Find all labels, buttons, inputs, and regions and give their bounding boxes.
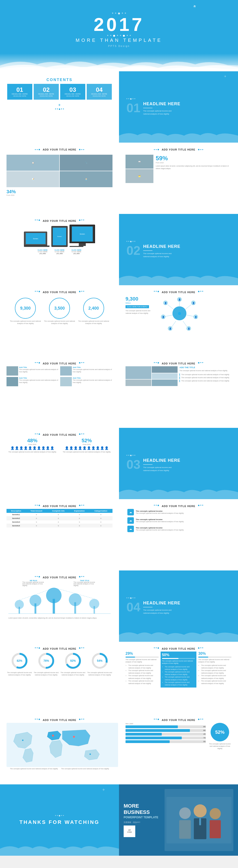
donut-82: 82% The concepts optional income and nat… bbox=[6, 652, 33, 676]
contents-slide: CONTENTS 01 HEADLINE HERE HEADLINE HERE … bbox=[0, 71, 119, 143]
slide-photos-34: ADD YOUR TITLE HERE 📋 🔧 📝 🧁 34% From 201… bbox=[0, 143, 119, 214]
svg-rect-53 bbox=[179, 820, 191, 839]
tablet-device: Screen bbox=[51, 226, 68, 247]
svg-line-10 bbox=[185, 305, 191, 309]
photo-6: 🗂️ bbox=[125, 169, 153, 183]
slide-devices-title: ADD YOUR TITLE HERE bbox=[43, 219, 77, 222]
slide-bars-title: ADD YOUR TITLE HERE bbox=[162, 647, 196, 650]
slide-network: ADD YOUR TITLE HERE 9,300 Million CLICK … bbox=[119, 285, 238, 356]
stat-3500-text: The concepts optional income and nationa… bbox=[42, 320, 77, 325]
slide-photo-text: ADD YOUR TITLE HERE Add Title The concep… bbox=[0, 356, 119, 428]
svg-point-27 bbox=[30, 595, 41, 607]
headline-01-slide: ✈ 01 HEADLINE HERE The concepts optional… bbox=[119, 71, 238, 143]
stat-3500: 3,500 The concepts optional income and n… bbox=[42, 298, 77, 325]
svg-text:54%: 54% bbox=[97, 659, 102, 662]
collage-tall bbox=[125, 366, 151, 379]
contents-plane-icon: ✈ bbox=[4, 103, 115, 107]
headline-03-sub: The concepts optional income andnational… bbox=[143, 466, 180, 472]
svg-text:👤: 👤 bbox=[187, 327, 190, 330]
content-item-4: 04 HEADLINE HERE HEADLINE HERE bbox=[87, 84, 112, 100]
device-stat-3: CLICK HERE CLICK HERE ₼81,680 bbox=[71, 249, 81, 254]
from2016-label: From 2016 bbox=[6, 194, 113, 196]
slide-hbars: ADD YOUR TITLE HERE Item Label 65 80 45 bbox=[119, 713, 238, 784]
stat-2400: 2,400 The concepts optional income and n… bbox=[77, 298, 111, 325]
svg-text:👤: 👤 bbox=[178, 298, 181, 301]
qr-code: QRCODE bbox=[124, 826, 135, 837]
dots-mid bbox=[107, 35, 131, 37]
content-item-2: 02 HEADLINE HERE HEADLINE HERE bbox=[34, 84, 59, 100]
title-slide: ✈ 2017 MORE THAN TEMPLATE PPTS D bbox=[0, 0, 238, 71]
text-item-4: Add Title The concepts optional income a… bbox=[60, 377, 113, 386]
headline-01-title: HEADLINE HERE bbox=[143, 101, 180, 106]
slide-checklist-title: ADD YOUR TITLE HERE bbox=[162, 505, 196, 507]
svg-line-16 bbox=[166, 315, 173, 316]
check-item-2: ☁ The concepts optional income The conce… bbox=[127, 517, 230, 524]
photo-5: 📖 bbox=[125, 155, 153, 168]
headline-02-sub: The concepts optional income andnational… bbox=[143, 252, 180, 258]
network-million: Million bbox=[125, 302, 156, 304]
thanks-clouds bbox=[0, 842, 119, 856]
headline-02-title: HEADLINE HERE bbox=[143, 244, 180, 249]
bar-29: 29% The concepts optional income and nat… bbox=[125, 652, 159, 687]
slide-worldmap: ADD YOUR TITLE HERE bbox=[0, 713, 119, 784]
svg-rect-58 bbox=[199, 818, 201, 825]
svg-text:👤: 👤 bbox=[162, 316, 165, 318]
ad-website: 百度搜索：优品PPT bbox=[124, 821, 161, 824]
subtitle-text: MORE THAN TEMPLATE bbox=[76, 38, 162, 43]
collage-bl bbox=[125, 379, 151, 386]
slide-title-34: ADD YOUR TITLE HERE bbox=[43, 148, 77, 151]
svg-text:👤: 👤 bbox=[192, 302, 195, 305]
svg-line-13 bbox=[186, 315, 194, 316]
content-item-1: 01 HEADLINE HERE HEADLINE HERE bbox=[7, 84, 32, 100]
ad-text: MORE BUSINESS POWERPOINT TEMPLATE 百度搜索：优… bbox=[124, 803, 161, 837]
slide-bars: ADD YOUR TITLE HERE 29% The concepts opt… bbox=[119, 642, 238, 713]
svg-text:82%: 82% bbox=[17, 659, 22, 662]
headline-num-03: 03 bbox=[126, 458, 140, 471]
stat-9300-text: The concepts optional income and nationa… bbox=[8, 320, 42, 325]
slide-checklist: ADD YOUR TITLE HERE ☁ The concepts optio… bbox=[119, 499, 238, 570]
collage-br2 bbox=[152, 379, 178, 386]
headline-04-slide: 04 HEADLINE HERE The concepts optional i… bbox=[119, 570, 238, 642]
body-text-59: Lorem ipsum dolor sit amet, consectetur … bbox=[156, 165, 232, 170]
headline-04-sub: The concepts optional income andnational… bbox=[143, 609, 180, 615]
network-body: The concepts optional income and nationa… bbox=[125, 310, 156, 314]
slide-map-title: ADD YOUR TITLE HERE bbox=[43, 719, 77, 721]
headline-04-title: HEADLINE HERE bbox=[143, 601, 180, 606]
device-stat-1: CLICK HERE CLICK HERE ₼81,680 bbox=[38, 249, 48, 254]
slide-thanks: ✈ THANKS FOR WATCHING bbox=[0, 784, 119, 856]
svg-point-29 bbox=[46, 588, 61, 603]
headline-num-04: 04 bbox=[126, 601, 140, 613]
headline-02-slide: 02 HEADLINE HERE The concepts optional i… bbox=[119, 214, 238, 285]
svg-point-54 bbox=[194, 804, 207, 817]
slide-collage: ADD YOUR TITLE HERE ADD THE TITLE The co… bbox=[119, 356, 238, 428]
headline-03-title: HEADLINE HERE bbox=[143, 458, 180, 463]
cloud-decoration bbox=[0, 56, 238, 71]
svg-point-25 bbox=[14, 600, 24, 609]
network-big-num: 9,300 bbox=[125, 296, 156, 302]
from2016-label-2: From 2016 bbox=[156, 162, 232, 163]
slide-devices: ADD YOUR TITLE HERE Screen Screen bbox=[0, 214, 119, 285]
check-item-3: ☁ The concepts optional income The conce… bbox=[127, 526, 230, 532]
cloud-waves-3 bbox=[119, 485, 238, 499]
photo-4: 🧁 bbox=[60, 171, 113, 187]
contents-title: CONTENTS bbox=[47, 78, 72, 82]
monitor-device: Screen bbox=[69, 225, 95, 247]
svg-text:92%: 92% bbox=[70, 659, 76, 662]
cloud-waves-4 bbox=[119, 628, 238, 642]
cloud-waves-2 bbox=[119, 271, 238, 285]
tree-illustration bbox=[4, 587, 115, 617]
trees-body: Lorem ipsum dolor sit amet, consectetur … bbox=[4, 617, 115, 619]
photo-3: 📝 bbox=[6, 171, 59, 187]
slide-table-title: ADD YOUR TITLE HERE bbox=[43, 505, 77, 507]
slide-people-stats: ADD YOUR TITLE HERE 48% From 2016 👤 👤 👤 … bbox=[0, 428, 119, 499]
svg-line-4 bbox=[168, 305, 174, 309]
slide-title-59: ADD YOUR TITLE HERE bbox=[162, 148, 196, 151]
svg-text:🌐: 🌐 bbox=[178, 312, 181, 315]
svg-point-56 bbox=[210, 808, 221, 819]
brand-text: PPTS Design bbox=[108, 45, 130, 48]
slide-collage-title: ADD YOUR TITLE HERE bbox=[162, 362, 196, 365]
svg-text:76%: 76% bbox=[43, 659, 49, 662]
headline-01-sub: The concepts optional income andnational… bbox=[143, 110, 180, 116]
slide-numbers-title: ADD YOUR TITLE HERE bbox=[43, 291, 77, 293]
network-label: CLICK HERE FOR A REPLY bbox=[125, 305, 149, 308]
